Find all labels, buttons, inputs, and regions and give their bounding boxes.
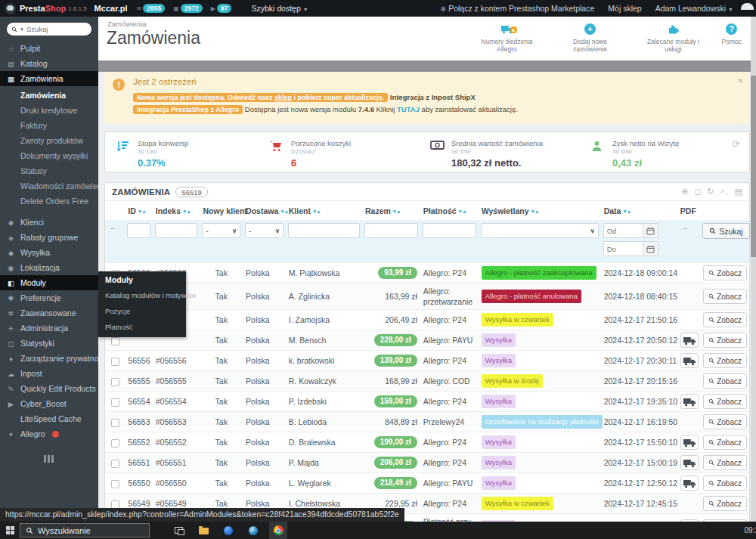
- column-header-index[interactable]: Indeks▼▲: [153, 201, 200, 220]
- sidebar-item-inpost[interactable]: ☁Inpost: [0, 366, 98, 381]
- view-order-button[interactable]: Zobacz: [703, 353, 747, 368]
- header-action[interactable]: ?Pomoc: [715, 20, 748, 46]
- sidebar-item-cyber-boost[interactable]: ▶Cyber_Boost: [0, 396, 98, 411]
- sidebar-item-allegro[interactable]: ✦Allegro: [0, 426, 98, 441]
- shop-link[interactable]: sklep: [274, 94, 292, 101]
- add-icon[interactable]: ⊕: [681, 187, 688, 197]
- filter-delivery-select[interactable]: -∨: [245, 223, 284, 238]
- task-view-button[interactable]: [169, 522, 187, 539]
- filter-index-input[interactable]: [155, 223, 198, 238]
- sort-icons[interactable]: ▼▲: [280, 209, 288, 214]
- sidebar-search[interactable]: ▼: [7, 23, 91, 36]
- submenu-item[interactable]: Statusy: [0, 163, 98, 178]
- view-order-button[interactable]: Zobacz: [703, 496, 747, 511]
- sidebar-search-input[interactable]: [26, 25, 79, 33]
- file-explorer-button[interactable]: [194, 522, 212, 539]
- update-pill[interactable]: Nowa wersja jest dostępna. Odwiedź nasz …: [133, 93, 388, 102]
- view-order-button[interactable]: Zobacz: [703, 435, 747, 450]
- row-checkbox[interactable]: [111, 358, 119, 366]
- view-order-button[interactable]: Zobacz: [703, 414, 747, 429]
- avatar[interactable]: [739, 2, 754, 17]
- sidebar-item-administracja[interactable]: ✳Administracja: [0, 321, 98, 336]
- submenu-item[interactable]: Dokumenty wysyłki: [0, 148, 98, 163]
- sort-icons[interactable]: ▼▲: [622, 209, 631, 214]
- page-scrollbar[interactable]: [751, 17, 756, 522]
- delivery-slip-button[interactable]: [680, 475, 699, 491]
- flyout-item[interactable]: Płatność: [98, 319, 186, 335]
- allegro-pill[interactable]: Integracja PrestaShop z Allegro: [133, 105, 243, 114]
- header-action[interactable]: Zalecane moduły i usługi: [632, 20, 715, 54]
- calendar-icon[interactable]: [643, 241, 658, 256]
- submenu-item[interactable]: Druki kredytowe: [0, 103, 98, 118]
- start-button[interactable]: [0, 522, 20, 539]
- column-header-klient[interactable]: Klient▼▲: [286, 201, 362, 220]
- browser-button[interactable]: [244, 522, 262, 539]
- row-checkbox[interactable]: [111, 480, 119, 488]
- close-icon[interactable]: ×: [738, 76, 743, 86]
- notification-badge[interactable]: ▶97: [211, 4, 232, 13]
- sort-icons[interactable]: ▼▲: [182, 209, 191, 214]
- sidebar-item-wysylka[interactable]: ◆Wysyłka: [0, 245, 98, 260]
- row-checkbox[interactable]: [111, 337, 119, 345]
- refresh-icon[interactable]: ⟳: [732, 138, 740, 150]
- column-header-razem[interactable]: Razem▼▲: [362, 201, 420, 220]
- view-order-button[interactable]: Zobacz: [703, 455, 747, 470]
- marketplace-link[interactable]: ✻Połącz z kontem Prestashop Marketplace: [441, 4, 595, 13]
- sidebar-item-zarzadzanie-prywatnoscia[interactable]: ♦Zarządzanie prywatnością: [0, 351, 98, 366]
- filter-customer-input[interactable]: [288, 223, 360, 238]
- calendar-icon[interactable]: [643, 223, 658, 238]
- filter-id-input[interactable]: [127, 223, 150, 238]
- header-action[interactable]: +Dodaj nowe zamówienie: [549, 20, 632, 54]
- chrome-button[interactable]: [269, 522, 287, 539]
- column-header-status[interactable]: Wyświetlany▼▲: [479, 201, 601, 220]
- sidebar-collapse-handle[interactable]: [44, 455, 54, 463]
- sort-icons[interactable]: ▼▲: [531, 209, 539, 214]
- search-button[interactable]: Szukaj: [702, 223, 750, 239]
- app-button-blue[interactable]: [219, 522, 237, 539]
- sidebar-item-zaawansowane[interactable]: ✲Zaawansowane: [0, 305, 98, 321]
- filter-new-customer-select[interactable]: -∨: [202, 223, 240, 238]
- header-action[interactable]: aNumery śledzenia Allegro: [466, 20, 549, 54]
- flyout-item[interactable]: Pozycje: [98, 303, 186, 319]
- view-order-button[interactable]: Zobacz: [703, 373, 747, 389]
- sort-icons[interactable]: ▼▲: [138, 209, 146, 214]
- taskbar-search[interactable]: Wyszukiwanie: [20, 523, 150, 537]
- refresh-icon[interactable]: ↻: [708, 187, 714, 197]
- filter-payment-input[interactable]: [423, 223, 476, 238]
- view-order-button[interactable]: Zobacz: [703, 312, 747, 327]
- submenu-item[interactable]: Delete Orders Free: [0, 194, 98, 209]
- row-checkbox[interactable]: [111, 378, 119, 386]
- user-menu[interactable]: Adam Lewandowski▼: [655, 4, 733, 13]
- row-checkbox[interactable]: [111, 460, 119, 468]
- filter-total-input[interactable]: [364, 223, 418, 238]
- view-order-button[interactable]: Zobacz: [703, 289, 747, 304]
- delivery-slip-button[interactable]: [680, 353, 699, 368]
- sidebar-item-quickly-edit-products[interactable]: ✎Quickly Edit Products: [0, 381, 98, 396]
- scrollbar-thumb[interactable]: [751, 76, 756, 257]
- notification-badge[interactable]: ▣2972: [173, 4, 202, 13]
- sql-query-icon[interactable]: >_: [720, 188, 729, 196]
- submenu-item[interactable]: Zwroty produktów: [0, 133, 98, 148]
- sort-icons[interactable]: ▼▲: [458, 209, 466, 214]
- sidebar-item-litespeed-cache[interactable]: LiteSpeed Cache: [0, 411, 98, 426]
- sidebar-item-statystyki[interactable]: ◫Statystyki: [0, 336, 98, 351]
- sidebar-item-katalog[interactable]: ▤Katalog: [0, 56, 98, 71]
- sidebar-item-moduly[interactable]: ◧Moduły: [0, 275, 98, 290]
- sidebar-item-pulpit[interactable]: ⌂Pulpit: [0, 41, 98, 56]
- my-shop-link[interactable]: Mój sklep: [608, 4, 641, 13]
- delivery-slip-button[interactable]: [680, 394, 699, 409]
- submenu-item[interactable]: Zamówienia: [0, 88, 98, 103]
- column-header-data[interactable]: Data▼▲: [601, 201, 677, 220]
- view-order-button[interactable]: Zobacz: [703, 265, 747, 280]
- sql-manager-icon[interactable]: ▤: [735, 187, 742, 197]
- sidebar-item-klienci[interactable]: ☻Klienci: [0, 215, 98, 230]
- flyout-item[interactable]: Katalog modułów i motywów: [98, 287, 186, 303]
- row-checkbox[interactable]: [111, 439, 119, 448]
- filter-date-to-input[interactable]: [603, 241, 643, 256]
- row-checkbox[interactable]: [111, 398, 119, 407]
- delivery-slip-button[interactable]: [680, 435, 699, 450]
- submenu-item[interactable]: Wiadomości zamówienia: [0, 178, 98, 194]
- tutaj-link[interactable]: TUTAJ: [397, 105, 420, 113]
- sidebar-item-zamowienia[interactable]: ▦Zamówienia: [0, 71, 98, 86]
- sort-icons[interactable]: ▼▲: [312, 209, 321, 214]
